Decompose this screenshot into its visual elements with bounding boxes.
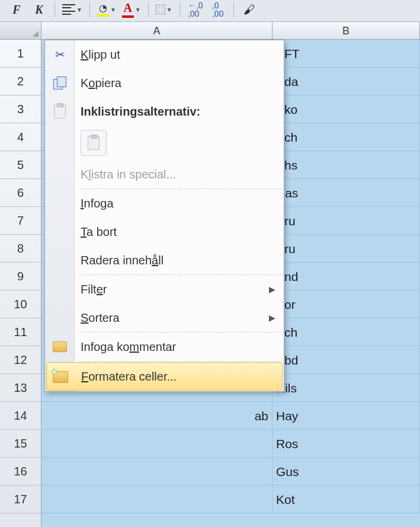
menu-item-copy[interactable]: Kopiera (45, 69, 284, 97)
folder-icon (51, 338, 69, 356)
menu-label: Klistra in special... (81, 168, 176, 181)
increase-decimal-button[interactable]: ,0 ,00 (210, 1, 226, 18)
paint-bucket-icon: ◔ (97, 2, 109, 17)
menu-label: Klipp ut (81, 48, 120, 62)
menu-item-clear-contents[interactable]: Radera innehåll (45, 246, 284, 274)
cell[interactable]: EFT (272, 40, 420, 67)
chevron-down-icon: ▼ (76, 7, 82, 13)
cell[interactable]: Ras (272, 179, 420, 206)
paste-option-default[interactable] (81, 130, 107, 156)
cell[interactable]: Sor (272, 290, 420, 318)
cell[interactable] (41, 486, 272, 513)
bold-button[interactable]: F (8, 1, 25, 18)
row-header[interactable]: 10 (0, 290, 41, 318)
cell[interactable] (41, 430, 272, 457)
submenu-arrow-icon: ▶ (269, 285, 275, 294)
column-header-a[interactable]: A (41, 22, 272, 39)
cell[interactable]: Abd (272, 346, 420, 373)
row-header[interactable]: 16 (0, 458, 41, 486)
format-painter-button[interactable]: 🖌 (241, 1, 258, 18)
row-header-strip: 1 2 3 4 5 6 7 8 9 10 11 12 13 14 15 16 1… (0, 40, 41, 527)
menu-item-paste-options-header: Inklistringsalternativ: (45, 97, 284, 126)
font-color-icon: A (122, 1, 134, 18)
increase-decimal-icon: ,0 ,00 (212, 1, 223, 18)
cell[interactable]: Hay (272, 402, 420, 429)
cell[interactable]: Sch (272, 318, 420, 346)
row-header[interactable]: 11 (0, 318, 41, 346)
cell[interactable]: Ros (272, 430, 420, 457)
font-color-button[interactable]: A ▼ (122, 1, 141, 18)
menu-label: Formatera celler... (81, 370, 177, 384)
fill-color-button[interactable]: ◔ ▼ (97, 1, 116, 18)
chevron-down-icon: ▼ (135, 7, 141, 13)
brush-icon: 🖌 (243, 3, 255, 17)
chevron-down-icon: ▼ (110, 7, 116, 13)
menu-label: Inklistringsalternativ: (81, 105, 200, 119)
menu-label: Filter (81, 283, 107, 296)
menu-item-delete[interactable]: Ta bort (45, 218, 284, 246)
row-header[interactable]: 8 (0, 235, 41, 263)
decrease-decimal-button[interactable]: ←,0 ,00 (187, 1, 204, 18)
borders-icon (156, 5, 165, 14)
menu-item-cut[interactable]: ✂ Klipp ut (45, 40, 284, 69)
align-icon (62, 4, 75, 15)
menu-label: Infoga (81, 197, 114, 210)
toolbar-separator (54, 2, 55, 17)
row-header[interactable]: 9 (0, 263, 41, 290)
menu-item-filter[interactable]: Filter ▶ (45, 275, 284, 304)
row-header[interactable]: 3 (0, 95, 41, 123)
menu-label: Ta bort (81, 225, 117, 239)
row-header[interactable]: 7 (0, 207, 41, 235)
toolbar-separator (233, 2, 234, 17)
cell[interactable]: Gus (272, 458, 420, 485)
row-header[interactable]: 15 (0, 430, 41, 458)
decrease-decimal-icon: ←,0 ,00 (188, 1, 203, 18)
menu-label: Radera innehåll (81, 254, 163, 267)
cell[interactable]: Sch (272, 123, 420, 151)
cell[interactable] (41, 458, 272, 485)
cell[interactable]: Bru (272, 235, 420, 262)
menu-item-sort[interactable]: Sortera ▶ (45, 304, 284, 332)
row-header[interactable]: 5 (0, 151, 41, 179)
format-cells-icon (52, 368, 69, 385)
clipboard-icon (88, 136, 100, 150)
cell[interactable]: Sko (272, 95, 420, 123)
row-header[interactable]: 14 (0, 402, 41, 430)
row-header[interactable]: 17 (0, 486, 41, 513)
row-header[interactable]: 1 (0, 40, 41, 68)
menu-item-format-cells[interactable]: Formatera celler... (46, 362, 283, 391)
cell[interactable]: Åhs (272, 151, 420, 178)
toolbar-separator (89, 2, 90, 17)
cell[interactable]: Bru (272, 207, 420, 234)
toolbar-separator (179, 2, 180, 17)
cell[interactable]: Nils (272, 374, 420, 401)
column-header-row: A B (0, 22, 420, 40)
context-menu: ✂ Klipp ut Kopiera Inklistringsalternati… (44, 40, 284, 392)
row-header[interactable]: 13 (0, 374, 41, 402)
cell[interactable]: And (272, 263, 420, 290)
paste-options-row (45, 126, 284, 160)
toolbar-separator (148, 2, 149, 17)
select-all-corner[interactable] (0, 22, 41, 39)
italic-button[interactable]: K (31, 1, 47, 18)
menu-label: Sortera (81, 311, 120, 325)
row-header[interactable]: 6 (0, 179, 41, 207)
cell[interactable]: ab (41, 402, 272, 429)
cell[interactable]: Kot (272, 486, 420, 513)
row-header[interactable]: 4 (0, 123, 41, 151)
align-button[interactable]: ▼ (62, 1, 82, 18)
spreadsheet-grid: 1 2 3 4 5 6 7 8 9 10 11 12 13 14 15 16 1… (0, 40, 420, 527)
borders-button[interactable]: ▼ (156, 1, 172, 18)
row-header[interactable]: 2 (0, 68, 41, 95)
menu-item-insert[interactable]: Infoga (45, 189, 284, 218)
menu-item-paste-special: Klistra in special... (45, 160, 284, 189)
chevron-down-icon: ▼ (166, 7, 172, 13)
column-header-b[interactable]: B (272, 22, 420, 39)
cell[interactable]: Ada (272, 68, 420, 95)
scissors-icon: ✂ (51, 46, 69, 63)
menu-item-insert-comment[interactable]: Infoga kommentar (45, 333, 284, 361)
menu-separator (79, 361, 284, 362)
menu-label: Kopiera (81, 76, 121, 90)
submenu-arrow-icon: ▶ (269, 313, 275, 322)
row-header[interactable]: 12 (0, 346, 41, 374)
